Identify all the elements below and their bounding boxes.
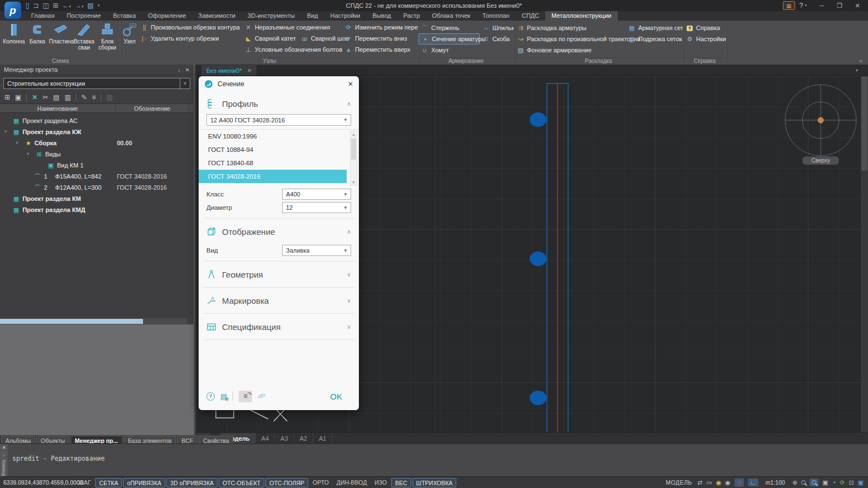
list-scrollbar[interactable]: ▲ ▼	[350, 131, 357, 186]
panel-close-icon[interactable]: ✕	[185, 67, 190, 73]
column-button[interactable]: Колонна	[2, 22, 26, 51]
chevron-down-icon[interactable]: ˅	[180, 78, 190, 88]
monitor-icon[interactable]: ▭	[706, 479, 712, 486]
ribbon-tab-metallokonstruktsii[interactable]: Металлоконструкции	[545, 11, 618, 21]
orbit-icon[interactable]: ◔	[832, 479, 836, 486]
rod-button[interactable]: ⌒Стержень	[418, 22, 480, 33]
section-header-geometry[interactable]: Геометрия ∨	[199, 265, 359, 284]
scroll-up-icon[interactable]: ▲	[352, 132, 356, 136]
close-icon[interactable]: ✕	[348, 80, 353, 88]
redo-icon[interactable]: →▾	[75, 2, 84, 9]
open-file-icon[interactable]: ⊐	[33, 2, 39, 9]
delete-trim-contour-button[interactable]: ]✕Удалить контур обрезки	[138, 33, 242, 44]
copy-pages-icon[interactable]: ▭▭	[258, 392, 267, 401]
ribbon-tab-topoplan[interactable]: Топоплан	[476, 11, 516, 21]
column-designation[interactable]: Обозначение	[116, 104, 189, 112]
sheet-tab-a1[interactable]: А1	[313, 433, 332, 443]
profile-combo[interactable]: 12 А400 ГОСТ 34028-2016 ▼	[206, 114, 351, 126]
model-space-label[interactable]: МОДЕЛЬ	[665, 479, 692, 486]
selection-cursor-icon[interactable]: ⊘	[734, 479, 744, 487]
zoom-window-icon[interactable]	[810, 479, 818, 486]
chevron-expanded-icon[interactable]: ˅	[4, 129, 7, 134]
save-icon[interactable]: ◫	[43, 2, 49, 9]
pin-icon[interactable]: ↓	[3, 452, 5, 457]
canvas-vertical-scrollbar[interactable]	[861, 76, 868, 432]
arbitrary-contour-trim-button[interactable]: ][Произвольная обрезка контура	[138, 22, 242, 33]
stud-button[interactable]: ⌣Шпилька	[480, 22, 513, 33]
workspace-icon[interactable]: ▦	[783, 1, 795, 10]
light-icon[interactable]: ◉	[725, 479, 731, 486]
sheet-tab-a4[interactable]: А4	[256, 433, 275, 443]
assembly-block-button[interactable]: Блок сборки	[96, 22, 119, 51]
ribbon-tab-vyvod[interactable]: Вывод	[366, 11, 397, 21]
toggle-3d-oprivyazka[interactable]: 3D оПРИВЯЗКА	[166, 478, 218, 487]
tree-row-km[interactable]: ▦ Проект раздела КМ	[0, 193, 194, 204]
change-overlap-mode-button[interactable]: ⟳Изменить режим перекрытия	[342, 22, 418, 33]
ok-button[interactable]: OK	[330, 392, 342, 401]
dialog-help-icon[interactable]: ?	[206, 392, 215, 401]
sheet-tab-a3[interactable]: А3	[275, 433, 294, 443]
column-name[interactable]: Наименование	[0, 104, 116, 112]
save-all-icon[interactable]: ⊞	[53, 2, 58, 9]
toggle-ots-polyar[interactable]: ОТС-ПОЛЯР	[265, 478, 308, 487]
tree-row-sborka[interactable]: ˅ ★ Сборка 00.00	[0, 137, 194, 149]
tree-row-rebar-1[interactable]: ⌒ 1 Ф15А400, L=842 ГОСТ 34028-2016	[0, 171, 194, 182]
ribbon-tab-spds[interactable]: СПДС	[516, 11, 545, 21]
ribbon-tab-vstavka[interactable]: Вставка	[107, 11, 142, 21]
ui-lock-icon[interactable]: ⊡	[849, 479, 854, 486]
new-item-icon[interactable]: ⊞	[4, 93, 10, 101]
ribbon-tab-nastroyki[interactable]: Настройки	[324, 11, 367, 21]
close-icon[interactable]: ✕	[2, 445, 6, 450]
toggle-ots-obekt[interactable]: ОТС-ОБЪЕКТ	[219, 478, 264, 487]
beam-button[interactable]: Балка	[26, 22, 49, 51]
ribbon-tab-postroenie[interactable]: Построение	[61, 11, 107, 21]
edit-icon[interactable]: ✎	[81, 93, 87, 101]
chevron-up-icon[interactable]: ∧	[347, 228, 351, 235]
toggle-ves[interactable]: ВЕС	[391, 478, 411, 487]
close-icon[interactable]: ✕	[248, 68, 252, 73]
bracket-button[interactable]: ⊓Скоба	[480, 33, 513, 45]
move-down-button[interactable]: ▼Переместить вниз	[342, 33, 418, 44]
list-item[interactable]: ГОСТ 13840-68	[199, 156, 359, 170]
background-reinforcement-button[interactable]: ▨Фоновое армирование	[514, 45, 625, 56]
plate-button[interactable]: Пластина	[49, 22, 72, 51]
report-mode-icon[interactable]: ≡↷	[239, 391, 252, 402]
view-combo[interactable]: Заливка ▼	[282, 245, 351, 256]
toggle-setka[interactable]: СЕТКА	[95, 478, 122, 487]
toggle-orto[interactable]: ОРТО	[309, 478, 332, 487]
section-header-display[interactable]: Отображение ∧	[199, 222, 359, 241]
close-button[interactable]: ✕	[849, 1, 866, 11]
chevron-up-icon[interactable]: ∧	[347, 100, 351, 107]
tree-row-vidy[interactable]: ˅ ⊞ Виды	[0, 149, 194, 160]
chevron-down-icon[interactable]: ∨	[347, 323, 351, 331]
tab-overflow-icon[interactable]: ▾	[856, 68, 858, 73]
panel-horizontal-scrollbar[interactable]	[0, 318, 194, 324]
annotation-light-icon[interactable]: ◉	[716, 479, 722, 486]
scrollbar-thumb[interactable]	[861, 76, 867, 171]
ribbon-collapse-icon[interactable]: ˄	[860, 58, 862, 64]
dialog-title-bar[interactable]: Сечение ✕	[199, 76, 359, 92]
move-up-button[interactable]: ▲Переместить вверх	[342, 44, 418, 55]
toggle-din-vvod[interactable]: ДИН-ВВОД	[333, 478, 370, 487]
qat-customize-icon[interactable]: ▾	[97, 3, 100, 8]
tree-row-kzh[interactable]: ˅ ▦ Проект раздела КЖ	[0, 126, 194, 137]
command-line-panel[interactable]: ✕ ↓ Команд spredit - Редактирование *Отм…	[0, 443, 868, 476]
clamp-button[interactable]: ∪Хомут	[418, 45, 480, 56]
list-item[interactable]: ENV 10080:1996	[199, 130, 359, 143]
help-menu[interactable]: ?▾	[800, 2, 807, 9]
section-header-profile[interactable]: Профиль ∧	[199, 94, 359, 113]
copy-icon[interactable]: ▤	[53, 93, 60, 101]
zoom-object-icon[interactable]: ▣	[822, 479, 828, 486]
restore-button[interactable]: ❒	[831, 1, 848, 11]
diameter-combo[interactable]: 12 ▼	[282, 202, 351, 213]
toggle-shag[interactable]: ШАГ	[75, 478, 94, 487]
node-button[interactable]: 123 Узел	[121, 22, 138, 55]
paste-icon[interactable]: ▥	[65, 93, 71, 101]
help-button[interactable]: ?Справка	[683, 22, 726, 33]
scrollbar-thumb[interactable]	[0, 319, 143, 324]
scrollbar-thumb[interactable]	[351, 139, 356, 160]
rebar-layout-button[interactable]: ⇉Раскладка арматуры	[514, 22, 625, 33]
ribbon-tab-vid[interactable]: Вид	[301, 11, 324, 21]
ribbon-tab-rastr[interactable]: Растр	[397, 11, 426, 21]
toggle-oprivyazka[interactable]: оПРИВЯЗКА	[123, 478, 165, 487]
